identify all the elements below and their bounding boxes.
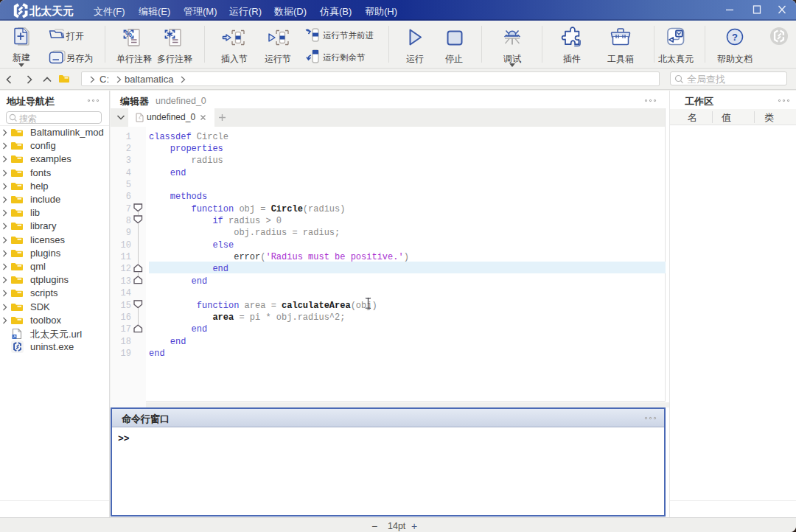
- svg-text:%: %: [125, 30, 132, 38]
- svg-text:?: ?: [732, 32, 738, 43]
